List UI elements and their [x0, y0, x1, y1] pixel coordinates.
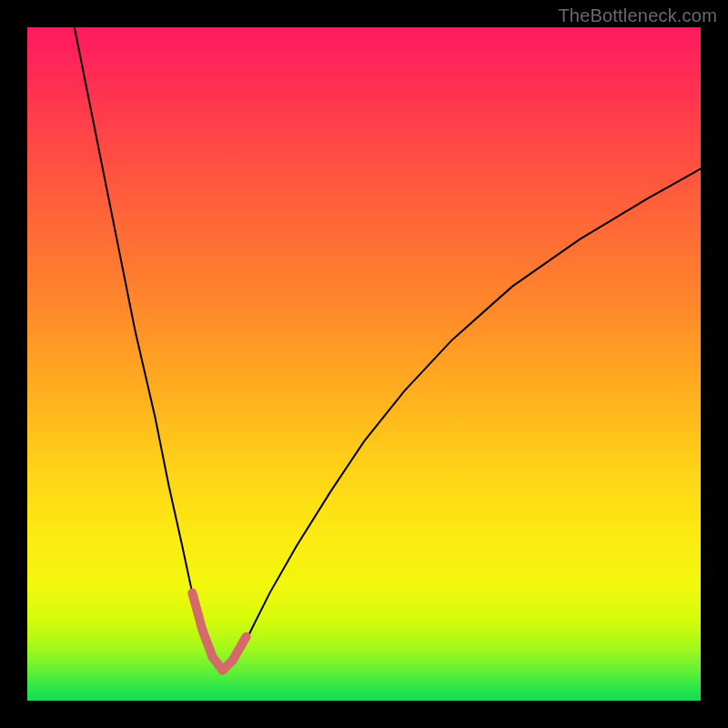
chart-svg [27, 27, 701, 701]
series-main-curve [75, 27, 701, 671]
watermark-text: TheBottleneck.com [558, 5, 717, 26]
plot-area [27, 27, 701, 701]
series-highlight-near-minimum [192, 593, 246, 671]
chart-frame: TheBottleneck.com [0, 0, 728, 728]
series-group [75, 27, 701, 671]
